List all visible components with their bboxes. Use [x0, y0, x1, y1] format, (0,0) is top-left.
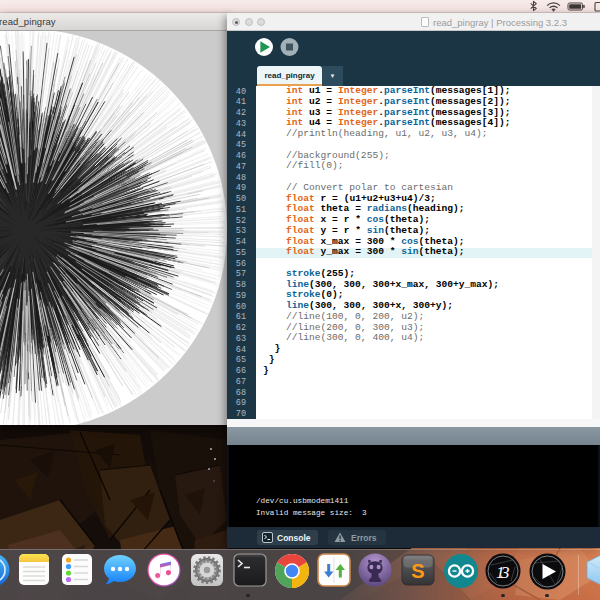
svg-text:3: 3 [500, 563, 510, 582]
svg-text:S: S [411, 560, 424, 582]
